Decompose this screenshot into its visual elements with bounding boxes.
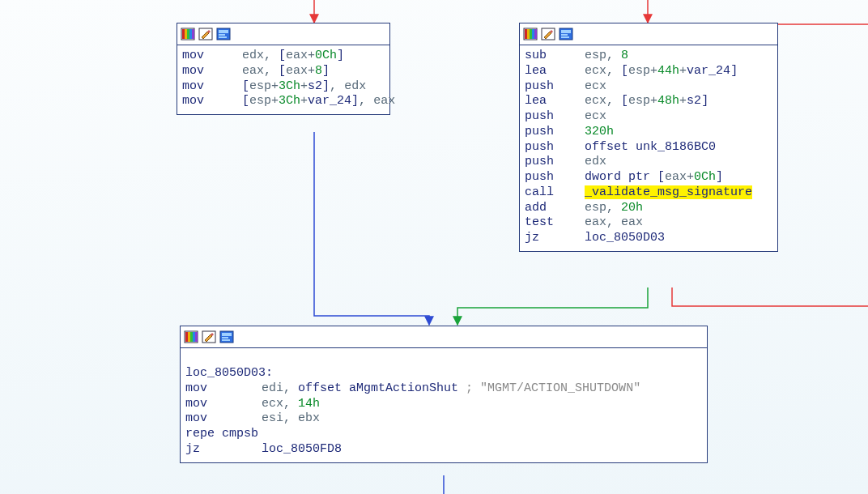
pencil-icon (202, 330, 216, 344)
svg-rect-30 (195, 332, 198, 342)
asm-line: jzloc_8050D03 (525, 231, 772, 246)
svg-rect-11 (219, 30, 228, 33)
asm-line: jzloc_8050FD8 (185, 442, 702, 458)
svg-rect-15 (525, 29, 527, 39)
asm-line: repe cmpsb (185, 427, 702, 442)
svg-rect-12 (219, 34, 225, 36)
asm-line: addesp, 20h (525, 201, 772, 216)
asm-line: pushdword ptr [eax+0Ch] (525, 170, 772, 185)
svg-rect-26 (185, 332, 188, 342)
asm-line: movedx, [eax+0Ch] (182, 49, 385, 64)
block-body: movedx, [eax+0Ch]moveax, [eax+8]mov[esp+… (177, 45, 389, 114)
asm-line: testeax, eax (525, 215, 772, 231)
asm-line: moveax, [eax+8] (182, 64, 385, 79)
disasm-block-c[interactable]: loc_8050D03: movedi, offset aMgmtActionS… (180, 326, 708, 463)
pencil-icon (541, 27, 555, 41)
asm-line: mov[esp+3Ch+var_24], eax (182, 94, 385, 109)
svg-rect-17 (530, 29, 532, 39)
svg-rect-6 (187, 29, 189, 39)
asm-line: leaecx, [esp+44h+var_24] (525, 64, 772, 79)
disasm-block-b[interactable]: subesp, 8leaecx, [esp+44h+var_24]pushecx… (519, 23, 778, 252)
asm-line: mov[esp+3Ch+s2], edx (182, 79, 385, 95)
block-header (181, 326, 707, 348)
asm-line: push320h (525, 125, 772, 140)
svg-rect-5 (185, 29, 187, 39)
svg-rect-8 (192, 29, 194, 39)
block-header (520, 23, 777, 45)
svg-rect-18 (532, 29, 534, 39)
svg-rect-7 (189, 29, 192, 39)
rainbow-icon (181, 27, 195, 41)
pencil-icon (198, 27, 213, 41)
asm-line: movesi, ebx (185, 411, 702, 427)
script-icon (219, 330, 234, 344)
svg-rect-34 (222, 337, 228, 339)
svg-rect-23 (561, 34, 568, 36)
asm-line: subesp, 8 (525, 49, 772, 64)
svg-rect-33 (222, 333, 232, 336)
script-icon (216, 27, 231, 41)
block-body: loc_8050D03: movedi, offset aMgmtActionS… (181, 348, 707, 462)
asm-line: movedi, offset aMgmtActionShut ; "MGMT/A… (185, 381, 702, 397)
svg-rect-35 (222, 339, 230, 341)
asm-line: pushedx (525, 155, 772, 170)
asm-line: pushecx (525, 79, 772, 95)
disasm-block-a[interactable]: movedx, [eax+0Ch]moveax, [eax+8]mov[esp+… (177, 23, 390, 115)
block-body: subesp, 8leaecx, [esp+44h+var_24]pushecx… (520, 45, 777, 251)
asm-line: call_validate_msg_signature (525, 185, 772, 201)
svg-rect-4 (182, 29, 185, 39)
svg-rect-16 (527, 29, 530, 39)
script-icon (559, 27, 573, 41)
asm-line: leaecx, [esp+48h+s2] (525, 94, 772, 109)
svg-rect-22 (561, 30, 571, 33)
svg-rect-13 (219, 36, 227, 38)
svg-rect-29 (193, 332, 195, 342)
svg-rect-28 (190, 332, 193, 342)
asm-line: pushecx (525, 109, 772, 125)
svg-rect-27 (188, 332, 190, 342)
block-label: loc_8050D03: (185, 366, 273, 380)
rainbow-icon (184, 330, 198, 344)
rainbow-icon (523, 27, 538, 41)
block-header (177, 23, 389, 45)
asm-line: movecx, 14h (185, 397, 702, 412)
svg-rect-24 (561, 36, 569, 38)
asm-line: pushoffset unk_8186BC0 (525, 140, 772, 155)
svg-rect-19 (534, 29, 537, 39)
